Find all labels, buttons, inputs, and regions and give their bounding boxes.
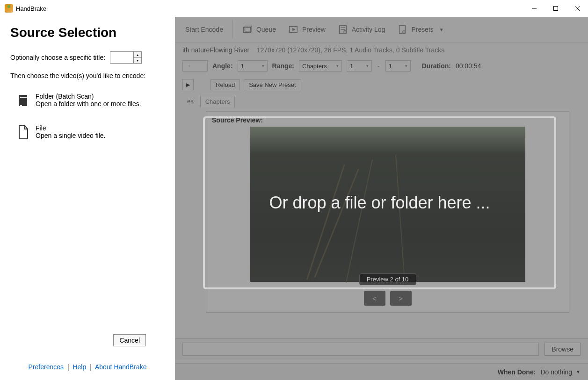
preset-row: ▶ Reload Save New Preset bbox=[175, 74, 588, 95]
preview-icon bbox=[288, 24, 298, 35]
file-icon bbox=[17, 124, 30, 140]
title-spinner-down[interactable]: ▼ bbox=[133, 57, 142, 64]
window-maximize-button[interactable] bbox=[545, 0, 566, 17]
svg-rect-4 bbox=[19, 95, 27, 106]
angle-label: Angle: bbox=[212, 62, 233, 70]
source-instruction: Then choose the video(s) you'd like to e… bbox=[10, 72, 165, 79]
tab-partial[interactable]: es bbox=[182, 96, 198, 108]
source-summary: ith natureFlowing River 1270x720 (1270x7… bbox=[175, 43, 588, 57]
folder-icon bbox=[17, 93, 30, 108]
preview-button[interactable]: Preview bbox=[283, 22, 331, 37]
svg-rect-6 bbox=[20, 105, 22, 107]
footer-links: Preferences | Help | About HandBrake bbox=[10, 363, 165, 375]
title-number-input[interactable] bbox=[110, 51, 133, 64]
range-separator: - bbox=[377, 62, 380, 70]
output-row: Browse bbox=[175, 338, 588, 359]
help-link[interactable]: Help bbox=[73, 363, 86, 371]
duration-label: Duration: bbox=[422, 62, 451, 70]
chevron-down-icon: ▼ bbox=[576, 369, 581, 374]
svg-point-15 bbox=[403, 31, 406, 34]
window-minimize-button[interactable] bbox=[523, 0, 545, 17]
main-content-dimmed: Start Encode Queue Preview Activity Log … bbox=[175, 17, 588, 380]
settings-tabs: es Chapters bbox=[175, 95, 588, 108]
toolbar: Start Encode Queue Preview Activity Log … bbox=[175, 17, 588, 43]
title-select-prev[interactable]: ‹ bbox=[182, 60, 208, 72]
range-to-select[interactable]: 1▾ bbox=[385, 60, 411, 72]
about-link[interactable]: About HandBrake bbox=[95, 363, 147, 371]
duration-value: 00:00:54 bbox=[456, 62, 481, 70]
save-new-preset-button[interactable]: Save New Preset bbox=[244, 79, 301, 90]
drop-zone-message: Or drop a file or folder here ... bbox=[269, 193, 490, 213]
range-from-select[interactable]: 1▾ bbox=[347, 60, 372, 72]
svg-rect-5 bbox=[20, 97, 27, 98]
svg-rect-1 bbox=[554, 7, 558, 11]
title-picker-label: Optionally choose a specific title: bbox=[10, 54, 105, 61]
svg-point-13 bbox=[344, 31, 347, 34]
activity-log-icon bbox=[338, 24, 348, 35]
angle-select[interactable]: 1▾ bbox=[238, 60, 268, 72]
range-type-select[interactable]: Chapters▾ bbox=[299, 60, 342, 72]
title-number-spinner[interactable]: ▲ ▼ bbox=[110, 51, 142, 64]
preferences-link[interactable]: Preferences bbox=[29, 363, 64, 371]
status-bar: When Done: Do nothing▼ bbox=[175, 363, 588, 380]
title-bar: HandBrake bbox=[0, 0, 588, 17]
open-file-option[interactable]: File Open a single video file. bbox=[10, 124, 165, 140]
open-folder-desc: Open a folder with one or more files. bbox=[36, 100, 141, 108]
window-close-button[interactable] bbox=[566, 0, 588, 17]
tab-chapters[interactable]: Chapters bbox=[200, 96, 235, 108]
app-icon bbox=[5, 4, 13, 13]
app-title: HandBrake bbox=[16, 5, 46, 12]
source-selection-heading: Source Selection bbox=[10, 25, 165, 40]
open-folder-title: Folder (Batch Scan) bbox=[36, 93, 141, 100]
when-done-label: When Done: bbox=[498, 368, 536, 376]
output-path-input[interactable] bbox=[182, 343, 539, 356]
presets-icon bbox=[397, 24, 407, 35]
browse-button[interactable]: Browse bbox=[544, 343, 581, 356]
open-file-title: File bbox=[36, 124, 105, 132]
open-file-desc: Open a single video file. bbox=[36, 132, 105, 139]
range-label: Range: bbox=[272, 62, 294, 70]
preview-prev-button[interactable]: < bbox=[364, 291, 385, 306]
start-encode-button[interactable]: Start Encode bbox=[180, 23, 229, 36]
reload-preset-button[interactable]: Reload bbox=[211, 79, 240, 90]
drop-zone[interactable]: Or drop a file or folder here ... bbox=[203, 116, 556, 289]
source-selection-panel: Source Selection Optionally choose a spe… bbox=[0, 17, 175, 380]
chevron-down-icon: ▼ bbox=[439, 27, 444, 32]
preview-next-button[interactable]: > bbox=[390, 291, 412, 306]
activity-log-button[interactable]: Activity Log bbox=[332, 22, 391, 37]
open-folder-option[interactable]: Folder (Batch Scan) Open a folder with o… bbox=[10, 93, 165, 108]
queue-icon bbox=[242, 24, 253, 35]
preset-play-button[interactable]: ▶ bbox=[182, 79, 194, 90]
presets-button[interactable]: Presets▼ bbox=[392, 22, 449, 37]
queue-button[interactable]: Queue bbox=[237, 22, 282, 37]
title-spinner-up[interactable]: ▲ bbox=[133, 51, 142, 57]
when-done-select[interactable]: Do nothing▼ bbox=[540, 368, 581, 376]
cancel-button[interactable]: Cancel bbox=[113, 334, 146, 346]
title-controls-row: ‹ Angle: 1▾ Range: Chapters▾ 1▾ - 1▾ Dur… bbox=[175, 57, 588, 74]
svg-rect-14 bbox=[399, 26, 406, 34]
